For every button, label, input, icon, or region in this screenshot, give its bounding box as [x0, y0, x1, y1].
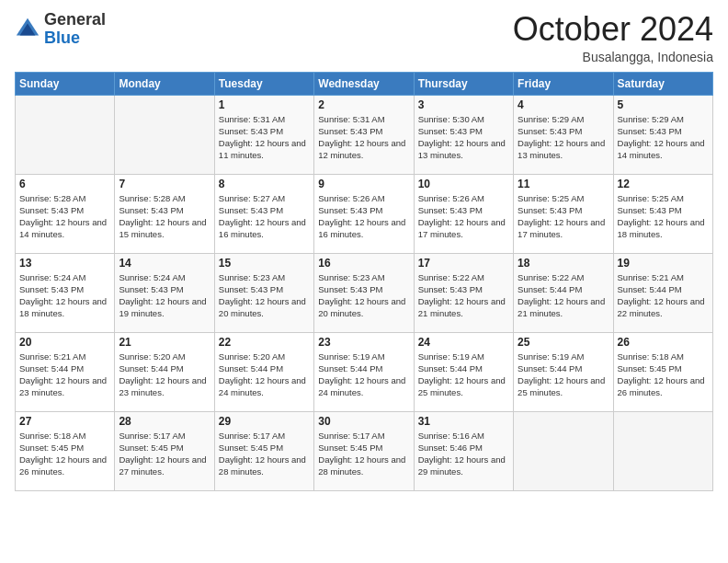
calendar-cell: 5Sunrise: 5:29 AM Sunset: 5:43 PM Daylig… — [613, 95, 712, 174]
day-number: 23 — [318, 336, 409, 349]
day-number: 19 — [618, 257, 709, 270]
day-number: 20 — [19, 336, 110, 349]
day-info: Sunrise: 5:16 AM Sunset: 5:46 PM Dayligh… — [418, 430, 509, 478]
day-number: 30 — [318, 415, 409, 428]
day-number: 16 — [318, 257, 409, 270]
day-number: 12 — [618, 178, 709, 190]
day-info: Sunrise: 5:19 AM Sunset: 5:44 PM Dayligh… — [518, 350, 609, 399]
calendar-cell: 20Sunrise: 5:21 AM Sunset: 5:44 PM Dayli… — [16, 332, 115, 411]
day-info: Sunrise: 5:19 AM Sunset: 5:44 PM Dayligh… — [418, 350, 509, 399]
day-info: Sunrise: 5:29 AM Sunset: 5:43 PM Dayligh… — [618, 113, 709, 162]
calendar-cell: 11Sunrise: 5:25 AM Sunset: 5:43 PM Dayli… — [514, 174, 613, 253]
day-info: Sunrise: 5:21 AM Sunset: 5:44 PM Dayligh… — [19, 350, 110, 399]
calendar-cell: 12Sunrise: 5:25 AM Sunset: 5:43 PM Dayli… — [613, 174, 712, 253]
day-number: 13 — [19, 257, 110, 270]
day-number: 2 — [318, 98, 409, 111]
day-info: Sunrise: 5:17 AM Sunset: 5:45 PM Dayligh… — [219, 430, 310, 478]
day-info: Sunrise: 5:22 AM Sunset: 5:44 PM Dayligh… — [518, 271, 609, 320]
calendar-cell: 24Sunrise: 5:19 AM Sunset: 5:44 PM Dayli… — [414, 332, 513, 411]
calendar-cell: 9Sunrise: 5:26 AM Sunset: 5:43 PM Daylig… — [314, 174, 414, 253]
calendar-cell: 29Sunrise: 5:17 AM Sunset: 5:45 PM Dayli… — [214, 411, 313, 490]
day-number: 8 — [219, 178, 310, 190]
calendar-cell — [115, 95, 214, 174]
calendar-cell: 22Sunrise: 5:20 AM Sunset: 5:44 PM Dayli… — [214, 332, 313, 411]
day-info: Sunrise: 5:20 AM Sunset: 5:44 PM Dayligh… — [219, 350, 310, 399]
day-number: 15 — [219, 257, 310, 270]
day-info: Sunrise: 5:18 AM Sunset: 5:45 PM Dayligh… — [19, 430, 110, 478]
calendar-cell: 19Sunrise: 5:21 AM Sunset: 5:44 PM Dayli… — [613, 253, 712, 332]
calendar-cell: 2Sunrise: 5:31 AM Sunset: 5:43 PM Daylig… — [314, 95, 414, 174]
col-saturday: Saturday — [613, 72, 712, 95]
day-number: 17 — [418, 257, 509, 270]
day-number: 22 — [219, 336, 310, 349]
calendar-cell: 15Sunrise: 5:23 AM Sunset: 5:43 PM Dayli… — [214, 253, 313, 332]
day-number: 3 — [418, 98, 509, 111]
logo-blue: Blue — [44, 29, 80, 47]
col-monday: Monday — [115, 72, 214, 95]
calendar-week-row: 1Sunrise: 5:31 AM Sunset: 5:43 PM Daylig… — [16, 95, 713, 174]
day-number: 31 — [418, 415, 509, 428]
calendar-cell: 10Sunrise: 5:26 AM Sunset: 5:43 PM Dayli… — [414, 174, 513, 253]
calendar-cell: 25Sunrise: 5:19 AM Sunset: 5:44 PM Dayli… — [514, 332, 613, 411]
calendar-cell: 31Sunrise: 5:16 AM Sunset: 5:46 PM Dayli… — [414, 411, 513, 490]
calendar-cell: 17Sunrise: 5:22 AM Sunset: 5:43 PM Dayli… — [414, 253, 513, 332]
day-number: 24 — [418, 336, 509, 349]
day-number: 10 — [418, 178, 509, 190]
day-number: 29 — [219, 415, 310, 428]
logo-text: General Blue — [44, 11, 106, 48]
day-info: Sunrise: 5:29 AM Sunset: 5:43 PM Dayligh… — [518, 113, 609, 162]
day-number: 27 — [19, 415, 110, 428]
calendar-cell: 26Sunrise: 5:18 AM Sunset: 5:45 PM Dayli… — [613, 332, 712, 411]
day-number: 25 — [518, 336, 609, 349]
day-info: Sunrise: 5:17 AM Sunset: 5:45 PM Dayligh… — [318, 430, 409, 478]
calendar-cell — [514, 411, 613, 490]
day-number: 28 — [119, 415, 210, 428]
day-number: 4 — [518, 98, 609, 111]
location: Busalangga, Indonesia — [513, 50, 713, 64]
day-number: 21 — [119, 336, 210, 349]
day-info: Sunrise: 5:19 AM Sunset: 5:44 PM Dayligh… — [318, 350, 409, 399]
day-number: 26 — [618, 336, 709, 349]
day-number: 7 — [119, 178, 210, 190]
day-info: Sunrise: 5:24 AM Sunset: 5:43 PM Dayligh… — [19, 271, 110, 320]
page: General Blue October 2024 Busalangga, In… — [0, 0, 728, 563]
day-info: Sunrise: 5:22 AM Sunset: 5:43 PM Dayligh… — [418, 271, 509, 320]
month-title: October 2024 — [513, 11, 713, 48]
calendar-week-row: 13Sunrise: 5:24 AM Sunset: 5:43 PM Dayli… — [16, 253, 713, 332]
calendar-cell: 3Sunrise: 5:30 AM Sunset: 5:43 PM Daylig… — [414, 95, 513, 174]
calendar-cell: 8Sunrise: 5:27 AM Sunset: 5:43 PM Daylig… — [214, 174, 313, 253]
calendar-cell — [613, 411, 712, 490]
calendar-cell: 18Sunrise: 5:22 AM Sunset: 5:44 PM Dayli… — [514, 253, 613, 332]
calendar-cell: 16Sunrise: 5:23 AM Sunset: 5:43 PM Dayli… — [314, 253, 414, 332]
col-friday: Friday — [514, 72, 613, 95]
calendar-cell: 6Sunrise: 5:28 AM Sunset: 5:43 PM Daylig… — [16, 174, 115, 253]
day-number: 1 — [219, 98, 310, 111]
calendar-cell: 14Sunrise: 5:24 AM Sunset: 5:43 PM Dayli… — [115, 253, 214, 332]
day-number: 6 — [19, 178, 110, 190]
day-number: 18 — [518, 257, 609, 270]
calendar-cell: 21Sunrise: 5:20 AM Sunset: 5:44 PM Dayli… — [115, 332, 214, 411]
calendar-week-row: 6Sunrise: 5:28 AM Sunset: 5:43 PM Daylig… — [16, 174, 713, 253]
day-info: Sunrise: 5:18 AM Sunset: 5:45 PM Dayligh… — [618, 350, 709, 399]
day-info: Sunrise: 5:24 AM Sunset: 5:43 PM Dayligh… — [119, 271, 210, 320]
day-info: Sunrise: 5:17 AM Sunset: 5:45 PM Dayligh… — [119, 430, 210, 478]
calendar-cell: 23Sunrise: 5:19 AM Sunset: 5:44 PM Dayli… — [314, 332, 414, 411]
day-number: 5 — [618, 98, 709, 111]
day-info: Sunrise: 5:23 AM Sunset: 5:43 PM Dayligh… — [219, 271, 310, 320]
col-sunday: Sunday — [16, 72, 115, 95]
logo-icon — [15, 17, 40, 42]
calendar-header-row: Sunday Monday Tuesday Wednesday Thursday… — [16, 72, 713, 95]
col-tuesday: Tuesday — [214, 72, 313, 95]
day-info: Sunrise: 5:28 AM Sunset: 5:43 PM Dayligh… — [19, 192, 110, 241]
logo-general: General — [44, 10, 106, 29]
calendar-cell: 13Sunrise: 5:24 AM Sunset: 5:43 PM Dayli… — [16, 253, 115, 332]
day-info: Sunrise: 5:26 AM Sunset: 5:43 PM Dayligh… — [418, 192, 509, 241]
calendar-week-row: 20Sunrise: 5:21 AM Sunset: 5:44 PM Dayli… — [16, 332, 713, 411]
day-info: Sunrise: 5:26 AM Sunset: 5:43 PM Dayligh… — [318, 192, 409, 241]
calendar-cell: 27Sunrise: 5:18 AM Sunset: 5:45 PM Dayli… — [16, 411, 115, 490]
col-wednesday: Wednesday — [314, 72, 414, 95]
day-info: Sunrise: 5:31 AM Sunset: 5:43 PM Dayligh… — [219, 113, 310, 162]
calendar-cell: 4Sunrise: 5:29 AM Sunset: 5:43 PM Daylig… — [514, 95, 613, 174]
calendar-cell: 30Sunrise: 5:17 AM Sunset: 5:45 PM Dayli… — [314, 411, 414, 490]
day-info: Sunrise: 5:31 AM Sunset: 5:43 PM Dayligh… — [318, 113, 409, 162]
